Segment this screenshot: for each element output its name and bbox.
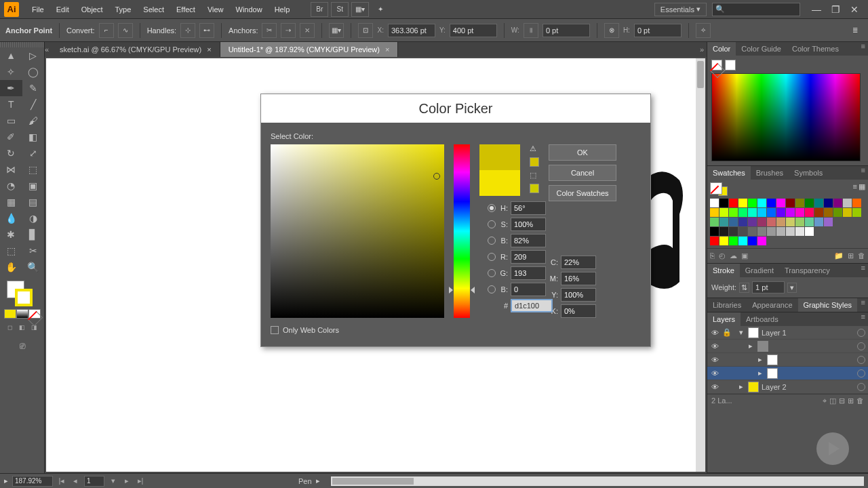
convert-smooth-button[interactable]: ∿	[118, 23, 133, 38]
panel-menu-icon[interactable]: ≡	[859, 42, 868, 56]
color-swatches-button[interactable]: Color Swatches	[549, 185, 616, 201]
menu-type[interactable]: Type	[109, 5, 138, 14]
line-tool[interactable]: ╱	[22, 96, 45, 113]
screen-mode-button[interactable]: ⎚	[13, 338, 32, 354]
swatch[interactable]	[757, 227, 766, 236]
search-input[interactable]: 🔍	[712, 3, 800, 16]
locate-layer-icon[interactable]: ⌖	[823, 396, 827, 405]
paintbrush-tool[interactable]: 🖌	[22, 113, 45, 129]
hex-field[interactable]	[511, 299, 553, 312]
slice-tool[interactable]: ✂	[22, 243, 45, 259]
direct-selection-tool[interactable]: ▷	[22, 47, 45, 64]
menu-file[interactable]: File	[26, 5, 50, 14]
layer-name[interactable]: Layer 2	[762, 383, 854, 391]
delete-swatch-icon[interactable]: 🗑	[858, 251, 865, 260]
s-field[interactable]	[511, 218, 546, 231]
status-menu-icon[interactable]: ▸	[4, 476, 8, 485]
swatch[interactable]	[767, 218, 776, 226]
cancel-button[interactable]: Cancel	[549, 165, 616, 181]
target-icon[interactable]	[857, 356, 865, 364]
color-chip[interactable]	[4, 309, 16, 319]
fill-stroke-control[interactable]	[0, 278, 44, 308]
anchor-connect-button[interactable]: ⇢	[281, 23, 296, 38]
mesh-tool[interactable]: ▦	[0, 194, 22, 210]
swatch-grid[interactable]	[710, 199, 865, 226]
gradient-chip[interactable]	[16, 309, 28, 319]
color-field[interactable]	[271, 144, 444, 318]
disclosure-icon[interactable]: ▸	[756, 369, 764, 378]
lock-icon[interactable]: 🔒	[722, 328, 732, 337]
swatch[interactable]	[795, 227, 804, 236]
menu-select[interactable]: Select	[137, 5, 170, 14]
handles-hide-button[interactable]: ⊷	[199, 23, 214, 38]
zoom-field[interactable]	[12, 476, 53, 487]
swatch[interactable]	[852, 208, 861, 217]
gradient-tool[interactable]: ▤	[22, 194, 45, 210]
y-field[interactable]	[450, 24, 497, 37]
width-tool[interactable]: ⋈	[0, 161, 22, 178]
gpu-icon[interactable]: ✦	[372, 2, 389, 17]
r-field[interactable]	[511, 250, 546, 264]
stock-icon[interactable]: St	[331, 2, 349, 17]
swatch[interactable]	[814, 218, 823, 226]
last-artboard-button[interactable]: ▸|	[136, 476, 145, 485]
close-icon[interactable]: ×	[207, 45, 211, 54]
g-field[interactable]	[511, 266, 546, 280]
swatch[interactable]	[729, 237, 738, 245]
target-icon[interactable]	[857, 329, 865, 337]
panel-menu-icon[interactable]: ≡	[859, 312, 868, 326]
gray-swatch-row[interactable]	[710, 227, 865, 236]
swatch[interactable]	[738, 199, 747, 207]
visibility-icon[interactable]: 👁	[710, 369, 719, 378]
s-radio[interactable]	[488, 220, 496, 228]
visibility-icon[interactable]: 👁	[710, 383, 719, 391]
x-field[interactable]	[388, 24, 435, 37]
zoom-tool[interactable]: 🔍	[22, 259, 45, 275]
minimize-button[interactable]: —	[808, 3, 825, 16]
scale-tool[interactable]: ⤢	[22, 145, 45, 161]
arrange-docs-icon[interactable]: ▦▾	[351, 2, 369, 17]
h-field[interactable]	[511, 201, 546, 215]
disclosure-icon[interactable]: ▸	[747, 342, 755, 350]
swatch[interactable]	[757, 218, 766, 226]
ok-button[interactable]: OK	[549, 144, 616, 161]
graph-tool[interactable]: ▊	[22, 226, 45, 243]
rotate-tool[interactable]: ↻	[0, 145, 22, 161]
only-web-checkbox[interactable]	[271, 326, 279, 334]
swatch[interactable]	[795, 218, 804, 226]
menu-help[interactable]: Help	[269, 5, 296, 14]
bridge-icon[interactable]: Br	[311, 2, 328, 17]
swatch[interactable]	[852, 199, 861, 207]
new-group-icon[interactable]: 📁	[834, 251, 844, 260]
status-dropdown-icon[interactable]: ▸	[316, 476, 320, 485]
websafe-chip[interactable]	[530, 184, 539, 193]
artboard-tool[interactable]: ⬚	[0, 243, 22, 259]
swatch[interactable]	[833, 199, 842, 207]
disclosure-icon[interactable]: ▸	[737, 382, 745, 391]
constrain-button[interactable]: ⊗	[604, 23, 619, 38]
swatch[interactable]	[824, 218, 833, 226]
menu-object[interactable]: Object	[75, 5, 109, 14]
prev-artboard-button[interactable]: ◂	[71, 476, 80, 485]
websafe-icon[interactable]: ⬚	[530, 171, 536, 180]
visibility-icon[interactable]: 👁	[710, 342, 719, 350]
perspective-tool[interactable]: ▣	[22, 178, 45, 194]
close-button[interactable]: ✕	[846, 3, 863, 16]
swatch[interactable]	[748, 208, 757, 217]
shaper-tool[interactable]: ✐	[0, 129, 22, 145]
disclosure-icon[interactable]: ▸	[756, 355, 764, 364]
tab-libraries[interactable]: Libraries	[707, 298, 747, 312]
swatch[interactable]	[786, 199, 795, 207]
free-transform-tool[interactable]: ⬚	[22, 161, 45, 178]
hand-tool[interactable]: ✋	[0, 259, 22, 275]
brgb-field[interactable]	[511, 283, 546, 296]
h-field[interactable]	[634, 24, 682, 37]
tab-swatches[interactable]: Swatches	[707, 166, 751, 180]
c-field[interactable]	[561, 256, 596, 269]
link-wh-button[interactable]: ⦀	[524, 23, 538, 38]
close-icon[interactable]: ×	[385, 45, 389, 54]
stepper-icon[interactable]: ⇅	[739, 283, 749, 293]
stroke-chip[interactable]	[725, 60, 736, 70]
visibility-icon[interactable]: 👁	[710, 356, 719, 364]
isolate-button[interactable]: ⊡	[358, 23, 373, 38]
